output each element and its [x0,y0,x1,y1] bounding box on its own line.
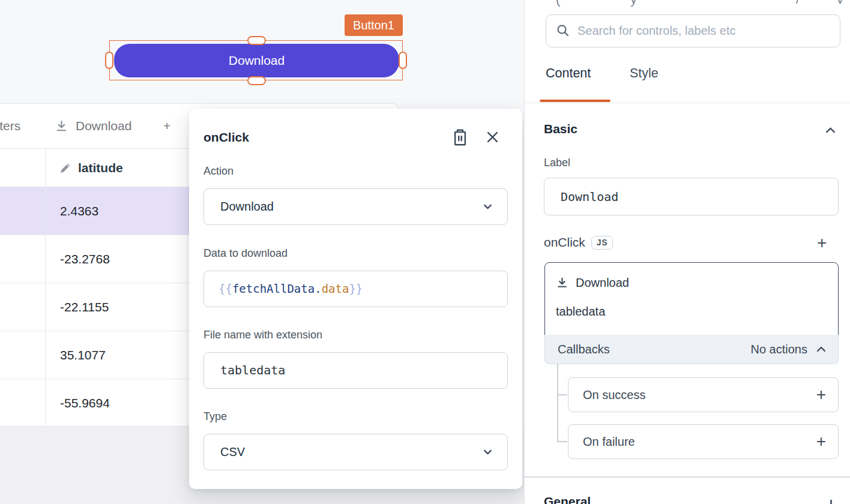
cell-latitude[interactable]: -55.9694 [60,379,110,427]
on-failure-label: On failure [583,435,635,449]
section-divider [525,476,850,478]
chevron-up-icon[interactable] [824,125,837,136]
section-basic[interactable]: Basic [544,122,577,136]
label-field-input[interactable] [544,178,839,215]
close-icon [486,131,499,143]
on-success-label: On success [583,388,645,402]
on-success-row[interactable]: On success + [568,377,839,412]
card-action-row: Download [555,276,629,290]
label-field-label: Label [544,157,570,169]
table-download-button[interactable]: Download [54,104,131,148]
widget-name-tag[interactable]: Button1 [345,14,403,36]
card-action-name: Download [576,276,629,290]
onclick-action-card[interactable]: Download tabledata [544,262,839,335]
on-failure-row[interactable]: On failure + [568,424,839,459]
edit-pencil-icon [59,161,72,175]
cell-latitude[interactable]: -22.1155 [60,283,109,331]
clipped-header-fragments: ( y / v [525,0,850,8]
onclick-property-label: onClickJS [544,235,613,250]
table-filters-button[interactable]: Filters [0,104,20,148]
active-tab-underline [540,100,610,102]
download-icon [54,119,69,134]
tabs-divider [525,103,850,103]
code-property: data [322,282,349,295]
clipped-chevron-fragment [830,500,832,504]
tab-style[interactable]: Style [630,66,659,81]
tree-connector-stub [558,441,567,442]
onclick-action-popup: onClick Action Download Data to download… [189,109,522,489]
section-general[interactable]: General [544,494,591,504]
column-header-latitude[interactable]: latitude [78,149,123,187]
code-dot: . [315,282,321,295]
type-label: Type [203,410,227,423]
trash-icon [452,128,468,146]
tree-connector-stub [558,394,567,395]
property-pane: ( y / v Content Style Basic Label onClic… [524,0,850,504]
popup-title: onClick [203,130,249,145]
filename-input[interactable]: tabledata [203,352,508,389]
cell-latitude[interactable]: 2.4363 [60,187,98,235]
js-toggle-badge[interactable]: JS [591,236,613,250]
cell-latitude[interactable]: -23.2768 [60,235,110,283]
code-close-brace: }} [349,282,363,295]
action-select[interactable]: Download [203,188,508,225]
resize-handle-left[interactable] [105,52,113,69]
tree-connector-vertical [557,364,558,442]
filename-label: File name with extension [203,329,322,341]
data-to-download-input[interactable]: {{fetchAllData.data}} [203,271,508,307]
download-button-widget[interactable]: Download [114,44,399,77]
type-select[interactable]: CSV [203,434,508,470]
filename-value: tabledata [220,353,285,388]
card-action-filename: tabledata [556,305,605,319]
search-input[interactable] [546,14,840,47]
table-download-label: Download [76,104,131,148]
chevron-up-icon [815,344,827,354]
action-label: Action [203,165,234,178]
action-select-value: Download [220,189,274,224]
callbacks-label: Callbacks [558,343,610,356]
resize-handle-right[interactable] [399,52,407,69]
chevron-down-icon [481,446,494,458]
tab-content[interactable]: Content [546,66,591,81]
code-open-brace: {{ [219,282,232,295]
code-entity: fetchAllData [232,282,315,295]
close-popup-button[interactable] [482,127,502,147]
data-to-download-label: Data to download [203,247,288,260]
table-add-row-button[interactable]: + [163,104,170,148]
cell-latitude[interactable]: 35.1077 [60,331,106,379]
callbacks-toggle[interactable]: Callbacks No actions [544,335,839,364]
resize-handle-top[interactable] [247,36,266,45]
chevron-down-icon [481,200,494,213]
no-actions-label: No actions [751,343,808,356]
add-action-button[interactable]: + [817,235,827,251]
add-failure-action-button[interactable]: + [816,433,826,450]
type-select-value: CSV [220,434,245,470]
table-column-divider [45,148,46,427]
search-icon [556,23,570,38]
resize-handle-bottom[interactable] [247,76,266,85]
download-icon [555,276,569,290]
delete-action-button[interactable] [450,126,470,148]
add-success-action-button[interactable]: + [816,386,826,403]
